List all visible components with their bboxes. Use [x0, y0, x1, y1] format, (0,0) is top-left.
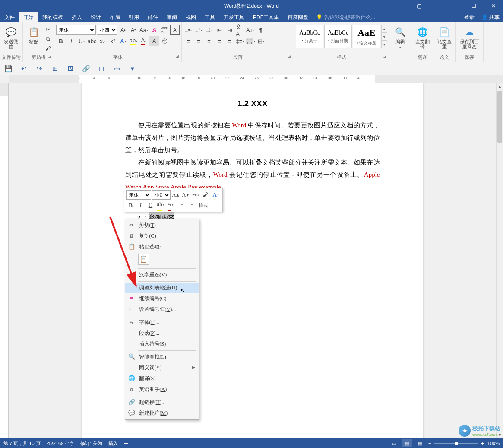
ribbon-display-options[interactable]: ▢ [412, 3, 425, 9]
numbering-button[interactable]: ≡¹▾ [194, 25, 203, 35]
login-button[interactable]: 登录 [461, 12, 478, 22]
table-button[interactable]: ⊞ [50, 64, 60, 73]
maximize-button[interactable]: ☐ [464, 0, 484, 12]
text-effects-button[interactable]: A▾ [118, 36, 128, 46]
clipboard-launcher[interactable]: ◢ [48, 54, 51, 58]
tab-design[interactable]: 设计 [86, 12, 105, 22]
bold-button[interactable]: B [56, 36, 66, 46]
ctx-insert-symbol[interactable]: 插入符号(S) [125, 339, 199, 350]
tab-pdftools[interactable]: PDF工具集 [249, 12, 283, 22]
paste-button[interactable]: 📋 粘贴 [25, 25, 43, 45]
char-shading-button[interactable]: A [149, 36, 159, 46]
tab-tools[interactable]: 工具 [200, 12, 219, 22]
strikethrough-button[interactable]: abc [87, 36, 97, 46]
borders-button[interactable]: ⊞▾ [256, 36, 266, 46]
shape-button[interactable]: ◻ [97, 64, 106, 73]
sort-button[interactable]: A↓Z [246, 25, 255, 35]
change-case-button[interactable]: Aa▾ [139, 25, 149, 35]
line-spacing-button[interactable]: ‡≡▾ [235, 36, 245, 46]
scroll-up-button[interactable]: ▲ [497, 83, 503, 90]
phonetic-guide-button[interactable]: wénA [160, 25, 169, 35]
bullets-button[interactable]: ≡•▾ [183, 25, 193, 35]
ctx-set-numbering-value[interactable]: ¹≡设置编号值(V)... [125, 304, 199, 315]
italic-button[interactable]: I [66, 36, 76, 46]
textbox-button[interactable]: ▭ [112, 64, 122, 73]
show-marks-button[interactable]: ¶ [256, 25, 266, 35]
gallery-up-button[interactable]: ▲ [381, 25, 387, 33]
font-color-button[interactable]: A▾ [139, 36, 149, 46]
ctx-adjust-list-indent[interactable]: 调整列表缩进(U)... [125, 283, 199, 293]
justify-button[interactable]: ≡ [215, 36, 224, 46]
increase-indent-button[interactable]: ⇥ [225, 25, 234, 35]
ctx-new-comment[interactable]: 💬新建批注(M) [125, 408, 199, 419]
tab-mytemplates[interactable]: 我的模板 [38, 12, 67, 22]
mini-font-color[interactable]: A▾ [166, 200, 175, 210]
underline-button[interactable]: U▾ [77, 36, 86, 46]
ctx-synonyms[interactable]: 同义词(Y)▶ [125, 362, 199, 373]
send-wechat-button[interactable]: 💬 发送微信 [2, 25, 20, 50]
ctx-copy[interactable]: ⧉复制(C) [125, 231, 199, 241]
mini-grow-font[interactable]: A▴ [171, 190, 180, 200]
redo-button[interactable]: ↷ [35, 64, 44, 73]
view-print-button[interactable]: ▤ [402, 439, 412, 447]
translate-button[interactable]: 🌐 全文翻译 [413, 25, 431, 50]
shrink-font-button[interactable]: A▾ [129, 25, 138, 35]
decrease-indent-button[interactable]: ⇤ [215, 25, 224, 35]
clear-format-button[interactable]: A̷ [149, 25, 159, 35]
tab-baidu[interactable]: 百度网盘 [283, 12, 313, 22]
mini-phonetic[interactable]: wén [191, 190, 200, 200]
copy-button[interactable]: ⧉ [44, 35, 52, 43]
mini-numbering[interactable]: ≡▾ [186, 200, 195, 210]
char-border-button[interactable]: A [170, 25, 180, 35]
status-page[interactable]: 第 7 页，共 10 页 [3, 440, 41, 447]
highlight-button[interactable]: ab▾ [129, 36, 138, 46]
align-right-button[interactable]: ≡ [204, 36, 214, 46]
document-page[interactable]: 1.2 XXX 使用在需要位置出现的新按钮在 Word 中保存时间。若要更改图片… [82, 83, 423, 438]
tab-file[interactable]: 文件 [0, 12, 19, 22]
mini-highlight[interactable]: ab▾ [156, 200, 165, 210]
mini-styles-button[interactable]: A▾ [211, 190, 221, 200]
mini-shrink-font[interactable]: A▾ [181, 190, 190, 200]
mini-italic[interactable]: I [136, 200, 146, 210]
zoom-in-button[interactable]: + [481, 441, 484, 446]
gallery-down-button[interactable]: ▼ [381, 33, 387, 41]
align-left-button[interactable]: ≡ [183, 36, 193, 46]
ctx-translate[interactable]: 🌐翻译(S) [125, 373, 199, 384]
status-extra-icon[interactable]: ☰ [124, 441, 128, 446]
status-words[interactable]: 25/2169 个字 [47, 440, 75, 447]
grow-font-button[interactable]: A▴ [118, 25, 128, 35]
save-button[interactable]: 💾 [3, 64, 13, 73]
zoom-out-button[interactable]: − [428, 441, 431, 446]
enclose-char-button[interactable]: ㊥ [160, 36, 169, 46]
status-insert[interactable]: 插入 [108, 440, 118, 447]
tab-view[interactable]: 视图 [181, 12, 200, 22]
save-baidu-button[interactable]: ☁ 保存到百度网盘 [457, 25, 481, 50]
tab-insert[interactable]: 插入 [67, 12, 86, 22]
mini-format-painter[interactable]: 🖌 [201, 190, 210, 200]
text-direction-button[interactable]: 文A [235, 25, 245, 35]
superscript-button[interactable]: x² [108, 36, 117, 46]
ctx-paragraph[interactable]: ≡段落(P)... [125, 328, 199, 339]
zoom-slider[interactable] [434, 443, 478, 444]
mini-underline[interactable]: U [146, 200, 155, 210]
align-center-button[interactable]: ≡ [194, 36, 203, 46]
page-scroll[interactable]: 1.2 XXX 使用在需要位置出现的新按钮在 Word 中保存时间。若要更改图片… [9, 83, 496, 438]
ctx-english-assistant[interactable]: α英语助手(A) [125, 384, 199, 395]
status-track[interactable]: 修订: 关闭 [80, 440, 102, 447]
paragraph-launcher[interactable]: ◢ [288, 54, 291, 58]
style-item-1[interactable]: AaBbCc • 封面日期 [324, 25, 352, 48]
mini-bullets[interactable]: ≡▾ [176, 200, 185, 210]
mini-font-name[interactable]: 宋体 [126, 190, 151, 200]
cut-button[interactable]: ✂ [44, 25, 52, 34]
minimize-button[interactable]: — [445, 0, 464, 12]
picture-button[interactable]: 🖼 [66, 64, 75, 73]
subscript-button[interactable]: x₂ [98, 36, 107, 46]
horizontal-ruler[interactable]: 246810121416182022242628303234363840 [9, 75, 503, 83]
undo-button[interactable]: ↶ [19, 64, 28, 73]
ctx-cut[interactable]: ✂剪切(T) [125, 220, 199, 231]
format-painter-button[interactable]: 🖌 [44, 44, 52, 53]
mini-styles-label[interactable]: 样式 [196, 200, 211, 210]
more-qat-button[interactable]: ▾ [128, 64, 137, 73]
shading-button[interactable]: ⬚▾ [246, 36, 255, 46]
mini-bold[interactable]: B [126, 200, 136, 210]
